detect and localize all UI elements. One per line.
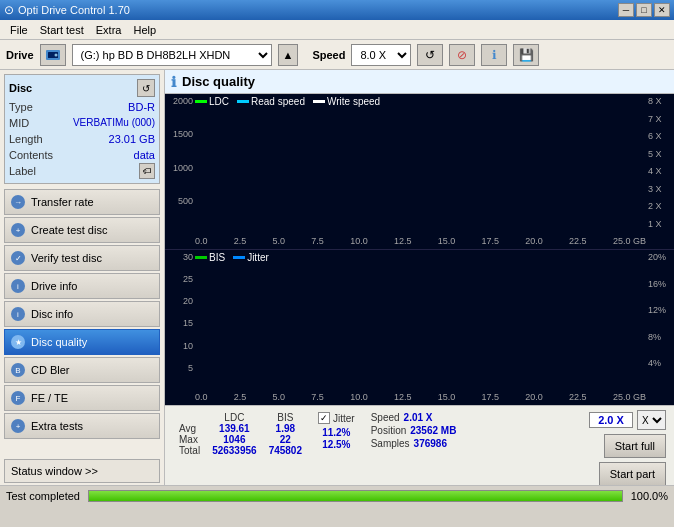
close-button[interactable]: ✕ <box>654 3 670 17</box>
maximize-button[interactable]: □ <box>636 3 652 17</box>
avg-label: Avg <box>173 423 206 434</box>
samples-value: 376986 <box>414 438 447 449</box>
speed-section: Speed 2.01 X Position 23562 MB Samples 3… <box>371 412 457 449</box>
sidebar: Disc ↺ Type BD-R MID VERBATIMu (000) Len… <box>0 70 165 485</box>
start-part-button[interactable]: Start part <box>599 462 666 485</box>
minimize-button[interactable]: ─ <box>618 3 634 17</box>
drive-selector[interactable]: (G:) hp BD B DH8B2LH XHDN <box>72 44 272 66</box>
disc-mid-row: MID VERBATIMu (000) <box>9 115 155 131</box>
position-label: Position <box>371 425 407 436</box>
nav-disc-info-label: Disc info <box>31 308 73 320</box>
eject-button[interactable]: ▲ <box>278 44 299 66</box>
drivebar: Drive (G:) hp BD B DH8B2LH XHDN ▲ Speed … <box>0 40 674 70</box>
position-value: 23562 MB <box>410 425 456 436</box>
disc-label-button[interactable]: 🏷 <box>139 163 155 179</box>
disc-length-value: 23.01 GB <box>109 131 155 147</box>
ldc-header: LDC <box>206 412 263 423</box>
nav-disc-quality-label: Disc quality <box>31 336 87 348</box>
nav-transfer-rate[interactable]: → Transfer rate <box>4 189 160 215</box>
stats-bar: LDC BIS Avg 139.61 1.98 Max 1046 22 Tota… <box>165 405 674 485</box>
info-button[interactable]: ℹ <box>481 44 507 66</box>
progressbar: Test completed 100.0% <box>0 485 674 505</box>
titlebar-controls: ─ □ ✕ <box>618 3 670 17</box>
nav-fe-te[interactable]: F FE / TE <box>4 385 160 411</box>
total-ldc-value: 52633956 <box>206 445 263 456</box>
samples-row: Samples 376986 <box>371 438 457 449</box>
disc-panel-header: Disc ↺ <box>9 79 155 97</box>
content-area: ℹ Disc quality LDC Read speed <box>165 70 674 485</box>
charts-area: LDC Read speed Write speed 2000150010005… <box>165 94 674 405</box>
speed-value: 2.01 X <box>404 412 433 423</box>
nav-cd-bler-label: CD Bler <box>31 364 70 376</box>
main-area: Disc ↺ Type BD-R MID VERBATIMu (000) Len… <box>0 70 674 485</box>
legend-write-speed: Write speed <box>313 96 380 107</box>
nav-verify-test-disc-label: Verify test disc <box>31 252 102 264</box>
fe-te-icon: F <box>11 391 25 405</box>
titlebar-left: ⊙ Opti Drive Control 1.70 <box>4 3 130 17</box>
nav-cd-bler[interactable]: B CD Bler <box>4 357 160 383</box>
legend-ldc: LDC <box>195 96 229 107</box>
nav-extra-tests[interactable]: + Extra tests <box>4 413 160 439</box>
nav-verify-test-disc[interactable]: ✓ Verify test disc <box>4 245 160 271</box>
menu-starttest[interactable]: Start test <box>34 22 90 38</box>
chart2-legend: BIS Jitter <box>195 252 269 263</box>
disc-refresh-button[interactable]: ↺ <box>137 79 155 97</box>
save-button[interactable]: 💾 <box>513 44 539 66</box>
nav-create-test-disc-label: Create test disc <box>31 224 107 236</box>
start-full-button[interactable]: Start full <box>604 434 666 458</box>
buttons-section: 2.0 X X Start full Start part <box>589 410 666 485</box>
menu-extra[interactable]: Extra <box>90 22 128 38</box>
disc-label-row: Label 🏷 <box>9 163 155 179</box>
cd-bler-icon: B <box>11 363 25 377</box>
drive-label: Drive <box>6 49 34 61</box>
chart2-y-axis-right: 20%16%12%8%4% <box>646 250 674 387</box>
verify-test-disc-icon: ✓ <box>11 251 25 265</box>
status-window-button[interactable]: Status window >> <box>4 459 160 483</box>
disc-quality-icon-header: ℹ <box>171 74 176 90</box>
chart1-y-axis-right: 8 X7 X6 X5 X4 X3 X2 X1 X <box>646 94 674 231</box>
nav-disc-info[interactable]: i Disc info <box>4 301 160 327</box>
disc-length-label: Length <box>9 131 43 147</box>
disc-contents-label: Contents <box>9 147 53 163</box>
nav-transfer-rate-label: Transfer rate <box>31 196 94 208</box>
extra-tests-icon: + <box>11 419 25 433</box>
disc-length-row: Length 23.01 GB <box>9 131 155 147</box>
chart2-y-axis-left: 30252015105 <box>165 250 195 387</box>
menu-help[interactable]: Help <box>127 22 162 38</box>
total-label: Total <box>173 445 206 456</box>
max-ldc-value: 1046 <box>206 434 263 445</box>
chart1-legend: LDC Read speed Write speed <box>195 96 380 107</box>
menu-file[interactable]: File <box>4 22 34 38</box>
disc-contents-value: data <box>134 147 155 163</box>
drive-icon-btn[interactable] <box>40 44 66 66</box>
create-test-disc-icon: + <box>11 223 25 237</box>
svg-point-2 <box>54 53 57 56</box>
app-icon: ⊙ <box>4 3 14 17</box>
erase-button[interactable]: ⊘ <box>449 44 475 66</box>
transfer-rate-icon: → <box>11 195 25 209</box>
speed-row: Speed 2.01 X <box>371 412 457 423</box>
max-bis-value: 22 <box>263 434 308 445</box>
progress-fill <box>89 491 622 501</box>
max-label: Max <box>173 434 206 445</box>
status-window-label: Status window >> <box>11 465 98 477</box>
disc-info-panel: Disc ↺ Type BD-R MID VERBATIMu (000) Len… <box>4 74 160 184</box>
drive-info-icon: i <box>11 279 25 293</box>
disc-quality-title: Disc quality <box>182 74 255 89</box>
chart1-canvas <box>195 108 646 234</box>
nav-disc-quality[interactable]: ★ Disc quality <box>4 329 160 355</box>
speed-unit-select[interactable]: X <box>637 410 666 430</box>
refresh-speed-button[interactable]: ↺ <box>417 44 443 66</box>
jitter-section: ✓ Jitter 11.2% 12.5% <box>318 412 355 450</box>
avg-bis-value: 1.98 <box>263 423 308 434</box>
chart1-y-axis-left: 200015001000500 <box>165 94 195 231</box>
nav-extra-tests-label: Extra tests <box>31 420 83 432</box>
progress-pct: 100.0% <box>631 490 668 502</box>
nav-drive-info[interactable]: i Drive info <box>4 273 160 299</box>
progress-track <box>88 490 623 502</box>
chart2-x-axis: 0.02.55.07.510.012.515.017.520.022.525.0… <box>195 389 646 405</box>
speed-selector[interactable]: 8.0 X <box>351 44 411 66</box>
chart1-x-axis: 0.02.55.07.510.012.515.017.520.022.525.0… <box>195 233 646 249</box>
nav-create-test-disc[interactable]: + Create test disc <box>4 217 160 243</box>
jitter-checkbox[interactable]: ✓ <box>318 412 330 424</box>
